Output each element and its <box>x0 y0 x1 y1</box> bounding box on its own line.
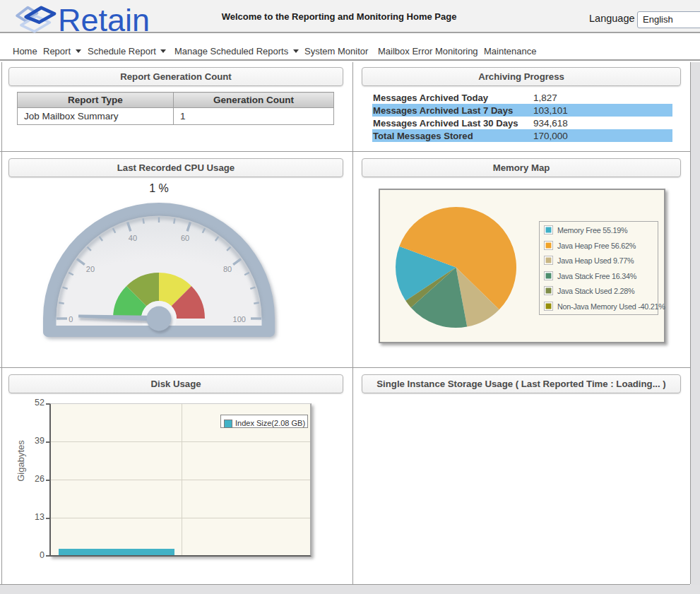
svg-text:100: 100 <box>233 315 246 323</box>
svg-text:Retain: Retain <box>58 2 150 35</box>
svg-text:40: 40 <box>129 234 137 242</box>
svg-text:80: 80 <box>223 265 232 273</box>
svg-text:60: 60 <box>181 234 189 242</box>
svg-text:0: 0 <box>69 315 73 323</box>
svg-text:20: 20 <box>86 265 95 273</box>
